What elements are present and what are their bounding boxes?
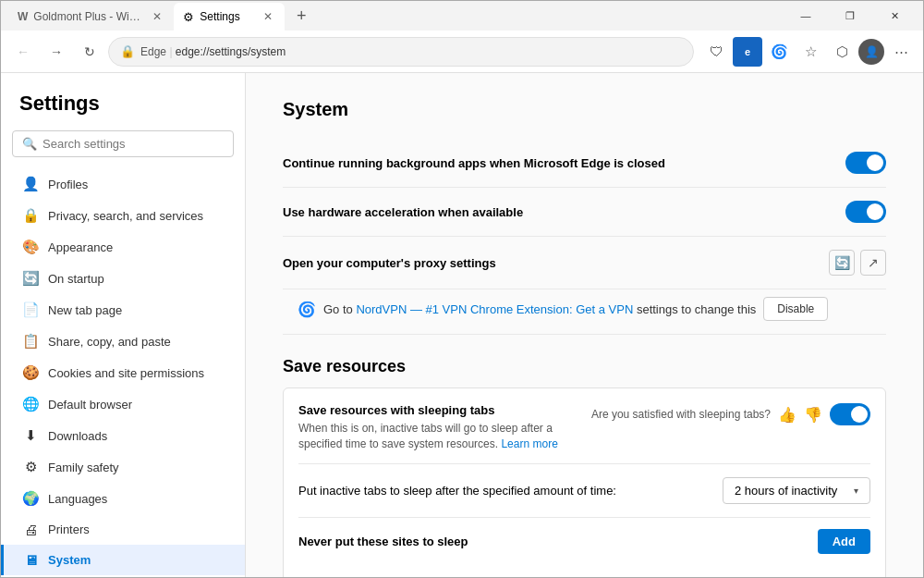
sidebar-item-label-languages: Languages [48, 492, 107, 506]
proxy-row: Open your computer's proxy settings 🔄 ↗ [283, 237, 886, 289]
cookies-icon: 🍪 [22, 364, 39, 381]
languages-icon: 🌍 [22, 490, 39, 507]
new-tab-button[interactable]: + [288, 3, 314, 29]
sidebar-item-profiles[interactable]: 👤 Profiles [1, 168, 245, 200]
no-sites-text: No sites added [298, 565, 870, 577]
profiles-icon: 👤 [22, 176, 39, 192]
sidebar-item-label-startup: On startup [48, 272, 104, 286]
proxy-icon-buttons: 🔄 ↗ [829, 250, 886, 276]
sidebar-item-startup[interactable]: 🔄 On startup [1, 263, 245, 294]
hardware-acceleration-toggle[interactable] [845, 201, 886, 223]
address-text: Edge | edge://settings/system [140, 45, 682, 58]
nordvpn-link[interactable]: NordVPN — #1 VPN Chrome Extension: Get a… [356, 302, 633, 316]
sidebar-item-label-downloads: Downloads [48, 429, 107, 443]
address-bar[interactable]: 🔒 Edge | edge://settings/system [108, 37, 694, 67]
inactive-tabs-label: Put inactive tabs to sleep after the spe… [298, 484, 616, 498]
sidebar-item-default-browser[interactable]: 🌐 Default browser [1, 388, 245, 420]
sidebar-item-privacy[interactable]: 🔒 Privacy, search, and services [1, 200, 245, 231]
proxy-label: Open your computer's proxy settings [283, 256, 496, 270]
sidebar-item-appearance[interactable]: 🎨 Appearance [1, 231, 245, 263]
sidebar-title: Settings [1, 92, 245, 130]
system-icon: 🖥 [22, 552, 39, 568]
proxy-refresh-icon[interactable]: 🔄 [829, 250, 855, 276]
sleeping-tabs-right: Are you satisfied with sleeping tabs? 👍 … [591, 403, 870, 425]
save-resources-title: Save resources [283, 357, 886, 376]
proxy-external-link-icon[interactable]: ↗ [860, 250, 886, 276]
sleeping-tabs-toggle[interactable] [830, 403, 870, 425]
maximize-button[interactable]: ❐ [829, 1, 871, 31]
collections-icon[interactable]: ⬡ [827, 37, 857, 67]
more-options-icon[interactable]: ⋯ [886, 37, 916, 67]
favorites-icon[interactable]: ☆ [796, 37, 825, 67]
dropdown-value: 2 hours of inactivity [735, 484, 837, 498]
disable-button[interactable]: Disable [763, 297, 828, 321]
sidebar-item-downloads[interactable]: ⬇ Downloads [1, 420, 245, 451]
window-controls: — ❐ ✕ [784, 1, 916, 31]
sidebar-item-newtab[interactable]: 📄 New tab page [1, 294, 245, 326]
browser-essentials-icon[interactable]: 🛡 [701, 37, 731, 67]
share-icon: 📋 [22, 333, 39, 350]
appearance-icon: 🎨 [22, 239, 39, 255]
background-apps-label: Continue running background apps when Mi… [283, 156, 665, 170]
sidebar-item-label-printers: Printers [48, 523, 90, 536]
refresh-button[interactable]: ↻ [75, 37, 104, 67]
dropdown-arrow-icon: ▾ [854, 486, 858, 496]
sidebar-item-label-privacy: Privacy, search, and services [48, 209, 203, 223]
sidebar-item-family-safety[interactable]: ⚙ Family safety [1, 451, 245, 483]
feedback-label: Are you satisfied with sleeping tabs? [591, 408, 771, 421]
browser-window: W Goldmont Plus - Wikipedia ✕ ⚙ Settings… [0, 0, 924, 578]
background-apps-toggle[interactable] [845, 152, 886, 174]
sidebar-item-label-cookies: Cookies and site permissions [48, 366, 204, 380]
section-title: System [283, 99, 886, 120]
thumbs-down-icon[interactable]: 👎 [804, 406, 822, 424]
resources-card: Save resources with sleeping tabs When t… [283, 387, 886, 577]
sidebar-item-label-default-browser: Default browser [48, 398, 132, 412]
edge-icon[interactable]: e [733, 37, 762, 67]
proxy-sub-text: Go to NordVPN — #1 VPN Chrome Extension:… [323, 302, 756, 316]
tab-close-settings[interactable]: ✕ [261, 9, 275, 24]
privacy-icon: 🔒 [22, 207, 39, 224]
toolbar: ← → ↻ 🔒 Edge | edge://settings/system 🛡 … [1, 31, 923, 73]
startup-icon: 🔄 [22, 270, 39, 287]
proxy-sub-prefix: Go to [323, 302, 356, 316]
sidebar-item-label-appearance: Appearance [48, 240, 113, 254]
thumbs-up-icon[interactable]: 👍 [778, 406, 796, 424]
sidebar-item-reset[interactable]: ↩ Reset settings [1, 575, 245, 577]
sidebar-item-cookies[interactable]: 🍪 Cookies and site permissions [1, 357, 245, 388]
learn-more-link[interactable]: Learn more [501, 437, 557, 450]
sidebar-item-label-profiles: Profiles [48, 178, 88, 191]
tab-settings[interactable]: ⚙ Settings ✕ [174, 3, 285, 31]
forward-button[interactable]: → [42, 37, 71, 67]
sleeping-tabs-desc: When this is on, inactive tabs will go t… [298, 421, 577, 452]
back-button[interactable]: ← [8, 37, 38, 67]
family-safety-icon: ⚙ [22, 459, 39, 475]
tab-close-wikipedia[interactable]: ✕ [150, 9, 164, 24]
nordvpn-icon[interactable]: 🌀 [764, 37, 794, 67]
sidebar-item-languages[interactable]: 🌍 Languages [1, 483, 245, 514]
tab-label-wikipedia: Goldmont Plus - Wikipedia [33, 10, 144, 23]
printers-icon: 🖨 [22, 522, 39, 537]
sidebar-item-label-family-safety: Family safety [48, 461, 119, 474]
sleeping-tabs-row: Save resources with sleeping tabs When t… [298, 403, 870, 452]
profile-icon[interactable]: 👤 [858, 39, 884, 65]
search-input[interactable] [43, 137, 224, 151]
sidebar-item-label-share: Share, copy, and paste [48, 335, 171, 349]
add-site-button[interactable]: Add [818, 529, 870, 554]
toolbar-icons: 🛡 e 🌀 ☆ ⬡ 👤 ⋯ [701, 37, 916, 67]
tab-favicon-settings: ⚙ [183, 10, 194, 24]
title-bar: W Goldmont Plus - Wikipedia ✕ ⚙ Settings… [1, 1, 923, 31]
sleeping-tabs-info: Save resources with sleeping tabs When t… [298, 403, 577, 452]
sidebar-item-share[interactable]: 📋 Share, copy, and paste [1, 326, 245, 357]
background-apps-row: Continue running background apps when Mi… [283, 139, 886, 188]
proxy-sub-suffix: settings to change this [637, 302, 756, 316]
sidebar-item-system[interactable]: 🖥 System [1, 545, 245, 575]
hardware-acceleration-row: Use hardware acceleration when available [283, 188, 886, 237]
search-box[interactable]: 🔍 [12, 130, 234, 157]
sleeping-tabs-title: Save resources with sleeping tabs [298, 403, 577, 417]
sidebar-item-printers[interactable]: 🖨 Printers [1, 514, 245, 545]
minimize-button[interactable]: — [784, 1, 827, 31]
tab-wikipedia[interactable]: W Goldmont Plus - Wikipedia ✕ [8, 3, 174, 31]
inactivity-dropdown[interactable]: 2 hours of inactivity ▾ [723, 477, 870, 504]
close-button[interactable]: ✕ [873, 1, 916, 31]
search-icon: 🔍 [22, 137, 37, 151]
